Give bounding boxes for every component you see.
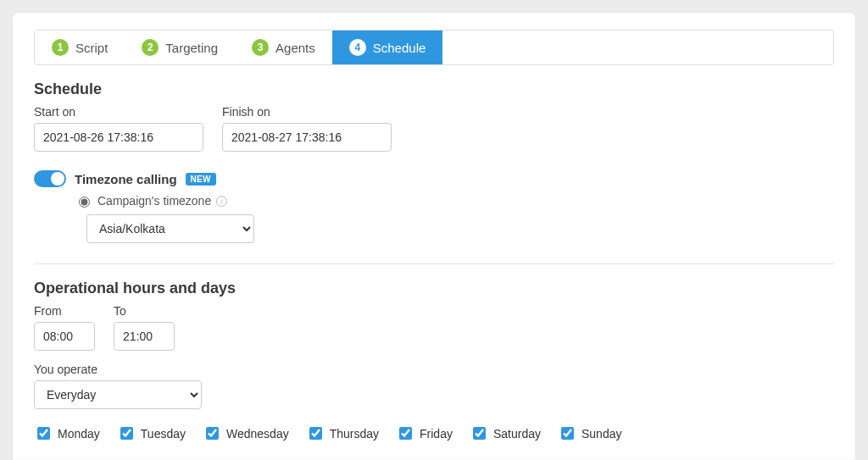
step-number: 1 [52, 39, 69, 56]
day-label: Monday [58, 427, 100, 441]
day-label: Thursday [330, 427, 379, 441]
operational-heading: Operational hours and days [34, 280, 834, 297]
day-checkbox[interactable] [206, 427, 219, 440]
day-checkbox[interactable] [120, 427, 133, 440]
step-agents[interactable]: 3 Agents [235, 30, 332, 64]
day-checkbox[interactable] [473, 427, 486, 440]
day-checkbox[interactable] [561, 427, 574, 440]
step-number: 4 [349, 39, 366, 56]
wizard-stepper: 1 Script 2 Targeting 3 Agents 4 Schedule [34, 30, 834, 65]
days-of-week: Monday Tuesday Wednesday Thursday Friday… [34, 424, 834, 442]
finish-on-label: Finish on [222, 105, 392, 119]
step-label: Schedule [373, 41, 426, 55]
to-label: To [114, 304, 175, 318]
day-label: Friday [420, 427, 453, 441]
start-on-input[interactable] [34, 123, 203, 152]
day-item-tuesday[interactable]: Tuesday [117, 424, 186, 442]
day-label: Wednesday [226, 427, 289, 441]
day-label: Saturday [493, 427, 541, 441]
day-item-friday[interactable]: Friday [396, 424, 453, 442]
to-time-input[interactable] [114, 322, 175, 351]
step-schedule[interactable]: 4 Schedule [332, 30, 443, 64]
step-script[interactable]: 1 Script [35, 30, 125, 64]
day-item-wednesday[interactable]: Wednesday [203, 424, 289, 442]
campaign-timezone-radio[interactable] [79, 197, 90, 208]
timezone-calling-label: Timezone calling [75, 172, 177, 186]
finish-on-input[interactable] [222, 123, 392, 152]
step-label: Targeting [165, 41, 218, 55]
section-divider [34, 263, 834, 264]
step-number: 3 [252, 39, 269, 56]
you-operate-label: You operate [34, 363, 834, 376]
day-label: Sunday [581, 427, 621, 441]
from-time-input[interactable] [34, 322, 95, 351]
timezone-calling-toggle[interactable] [34, 170, 66, 187]
start-on-label: Start on [34, 105, 203, 119]
day-checkbox[interactable] [309, 427, 322, 440]
toggle-knob [51, 172, 64, 186]
timezone-select[interactable]: Asia/Kolkata [86, 214, 254, 243]
info-icon[interactable]: i [216, 196, 227, 207]
schedule-panel: 1 Script 2 Targeting 3 Agents 4 Schedule… [13, 13, 855, 460]
new-badge: NEW [186, 173, 216, 186]
step-label: Agents [275, 41, 315, 55]
day-checkbox[interactable] [37, 427, 50, 440]
day-item-saturday[interactable]: Saturday [470, 424, 541, 442]
step-label: Script [75, 41, 108, 55]
day-item-sunday[interactable]: Sunday [558, 424, 621, 442]
day-item-monday[interactable]: Monday [34, 424, 100, 442]
campaign-timezone-radio-label: Campaign's timezone [97, 194, 211, 208]
day-label: Tuesday [141, 427, 186, 441]
you-operate-select[interactable]: Everyday [34, 380, 202, 409]
from-label: From [34, 304, 95, 318]
day-item-thursday[interactable]: Thursday [306, 424, 379, 442]
schedule-heading: Schedule [34, 80, 834, 98]
step-number: 2 [142, 39, 159, 56]
step-targeting[interactable]: 2 Targeting [125, 30, 235, 64]
day-checkbox[interactable] [399, 427, 412, 440]
